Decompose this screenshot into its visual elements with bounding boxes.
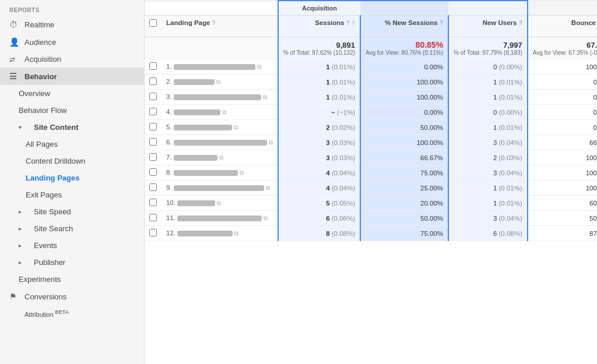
col-new-users-header[interactable]: New Users ? <box>448 16 528 37</box>
landing-page-help: ? <box>212 20 216 26</box>
table-row: 8. ⧉4 (0.04%)75.00%3 (0.04%)100.00%1.000… <box>145 165 597 181</box>
external-link-icon: ⧉ <box>222 109 226 115</box>
landing-page-cell: 3. ⧉ <box>161 90 278 105</box>
person-icon: 👤 <box>9 37 20 47</box>
new-users-cell: 1 (0.01%) <box>448 90 528 105</box>
behavior-icon: ☰ <box>9 72 20 81</box>
sidebar-item-attribution[interactable]: Attribution BETA <box>0 305 144 322</box>
sessions-cell: 4 (0.04%) <box>278 181 360 196</box>
sidebar-item-realtime[interactable]: ⏱ Realtime <box>0 16 144 33</box>
bounce-cell: 0.00% <box>528 90 597 105</box>
table-row: 1. ⧉1 (0.01%)0.00%0 (0.00%)100.00%1.0000… <box>145 59 597 75</box>
landing-page-cell: 4. ⧉ <box>161 105 278 120</box>
blurred-url <box>174 79 215 85</box>
sidebar-item-behavior[interactable]: ☰ Behavior ← <box>0 68 144 85</box>
external-link-icon: ⧉ <box>264 215 268 221</box>
data-table: Acquisition Behavior Landing Page ? <box>145 0 597 241</box>
sessions-cell: 4 (0.04%) <box>278 165 360 181</box>
sessions-cell: 3 (0.03%) <box>278 135 360 150</box>
reports-label: REPORTS <box>0 2 144 16</box>
sidebar-item-site-speed[interactable]: ▸ Site Speed <box>0 203 144 220</box>
external-link-icon: ⧉ <box>219 154 223 161</box>
sidebar: REPORTS ⏱ Realtime 👤 Audience ⇄ Acquisit… <box>0 0 145 364</box>
summary-new-users: 7,997 % of Total: 97.79% (8,183) <box>448 37 528 59</box>
sidebar-item-label: Site Search <box>34 224 73 233</box>
sidebar-item-acquisition[interactable]: ⇄ Acquisition <box>0 51 144 68</box>
row-checkbox[interactable] <box>149 199 157 206</box>
external-link-icon: ⧉ <box>234 124 238 130</box>
sidebar-item-exit-pages[interactable]: Exit Pages <box>0 186 144 203</box>
blurred-url <box>174 64 255 70</box>
blurred-url <box>174 125 232 130</box>
landing-page-cell: 5. ⧉ <box>161 120 278 135</box>
new-users-cell: 1 (0.01%) <box>448 196 528 211</box>
sidebar-item-site-content[interactable]: ▾ Site Content <box>0 119 144 136</box>
sidebar-item-label: Site Content <box>34 123 79 132</box>
row-checkbox[interactable] <box>149 153 157 161</box>
col-pct-new-header[interactable]: % New Sessions ? <box>360 16 448 37</box>
external-link-icon: ⧉ <box>217 200 221 206</box>
pct-new-cell: 25.00% <box>360 181 448 196</box>
blurred-url <box>177 200 215 206</box>
new-users-cell: 1 (0.01%) <box>448 75 528 90</box>
sessions-cell: 3 (0.03%) <box>278 150 360 165</box>
pct-new-cell: 100.00% <box>360 135 448 150</box>
summary-sessions: 9,891 % of Total: 97.62% (10,132) <box>278 37 360 59</box>
sessions-cell: 1 (0.01%) <box>278 90 360 105</box>
new-users-cell: 6 (0.08%) <box>448 226 528 241</box>
sidebar-item-label: Content Drilldown <box>26 157 86 165</box>
sidebar-item-conversions[interactable]: ⚑ Conversions <box>0 288 144 305</box>
row-checkbox[interactable] <box>149 229 157 236</box>
row-checkbox[interactable] <box>149 183 157 191</box>
sidebar-item-label: Audience <box>24 38 56 47</box>
row-checkbox[interactable] <box>149 108 157 115</box>
row-checkbox[interactable] <box>149 93 157 100</box>
sidebar-item-behavior-flow[interactable]: Behavior Flow <box>0 102 144 119</box>
row-checkbox[interactable] <box>149 138 157 146</box>
row-checkbox[interactable] <box>149 168 157 176</box>
bounce-cell: 100.00% <box>528 150 597 165</box>
main-content: Acquisition Behavior Landing Page ? <box>145 0 597 364</box>
row-checkbox[interactable] <box>149 214 157 221</box>
table-row: 12. ⧉8 (0.08%)75.00%6 (0.08%)87.50%1.750… <box>145 226 597 241</box>
sidebar-item-publisher[interactable]: ▸ Publisher <box>0 254 144 271</box>
sort-arrow: ↑ <box>352 19 355 26</box>
sidebar-item-label: Publisher <box>34 258 65 267</box>
sidebar-item-overview[interactable]: Overview <box>0 85 144 102</box>
blurred-url <box>174 109 220 115</box>
sidebar-item-label: Realtime <box>24 20 54 29</box>
bounce-cell: 50.00% <box>528 211 597 226</box>
row-checkbox[interactable] <box>149 77 157 85</box>
table-row: 9. ⧉4 (0.04%)25.00%1 (0.01%)100.00%1.000… <box>145 181 597 196</box>
row-checkbox[interactable] <box>149 123 157 130</box>
col-bounce-header[interactable]: Bounce Rate ? <box>528 16 597 37</box>
sidebar-item-experiments[interactable]: Experiments <box>0 271 144 288</box>
select-all-checkbox[interactable] <box>149 19 157 27</box>
table-row: 4. ⧉~ (~1%)0.00%0 (0.00%)0.00%2.0000:00:… <box>145 105 597 120</box>
table-row: 3. ⧉1 (0.01%)100.00%1 (0.01%)0.00%3.0000… <box>145 90 597 105</box>
sessions-cell: 1 (0.01%) <box>278 59 360 75</box>
col-sessions-header[interactable]: Sessions ? ↑ <box>278 16 360 37</box>
sidebar-item-site-search[interactable]: ▸ Site Search <box>0 220 144 237</box>
row-checkbox[interactable] <box>149 62 157 70</box>
sidebar-item-label: Acquisition <box>24 55 61 63</box>
landing-page-cell: 10. ⧉ <box>161 196 278 211</box>
sidebar-item-events[interactable]: ▸ Events <box>0 237 144 254</box>
bounce-cell: 0.00% <box>528 105 597 120</box>
pct-new-cell: 50.00% <box>360 211 448 226</box>
table-row: 11. ⧉6 (0.06%)50.00%3 (0.04%)50.00%1.670… <box>145 211 597 226</box>
sessions-cell: 8 (0.08%) <box>278 226 360 241</box>
pct-new-cell: 50.00% <box>360 120 448 135</box>
sidebar-item-content-drilldown[interactable]: Content Drilldown <box>0 153 144 169</box>
new-users-cell: 0 (0.00%) <box>448 59 528 75</box>
sidebar-item-label: Overview <box>19 89 50 98</box>
sidebar-item-audience[interactable]: 👤 Audience <box>0 33 144 51</box>
sidebar-item-all-pages[interactable]: All Pages <box>0 136 144 153</box>
sessions-cell: 1 (0.01%) <box>278 75 360 90</box>
new-users-cell: 1 (0.01%) <box>448 120 528 135</box>
landing-page-cell: 12. ⧉ <box>161 226 278 241</box>
sidebar-item-landing-pages[interactable]: Landing Pages ↖ <box>0 169 144 186</box>
bounce-cell: 60.00% <box>528 196 597 211</box>
sessions-cell: 6 (0.06%) <box>278 211 360 226</box>
acquisition-group-label: Acquisition <box>302 5 337 12</box>
